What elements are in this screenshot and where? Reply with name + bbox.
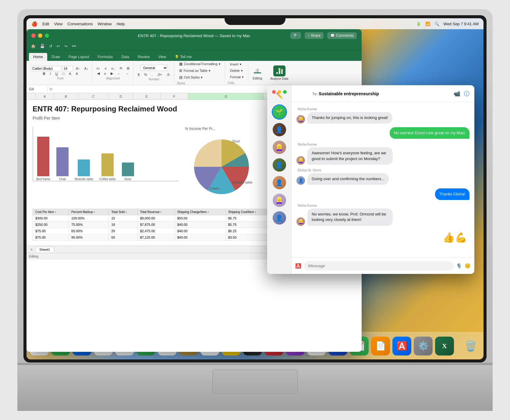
save-qt-btn[interactable]: 💾 [39,43,46,49]
align-bottom-btn[interactable]: ≡↓ [109,66,117,71]
col-markup[interactable]: Percent Markup ▾ [69,209,109,215]
cell-revenue-4[interactable]: $7,125.00 [137,234,175,241]
redo-qt-btn[interactable]: ↪ [63,43,69,49]
info-icon[interactable]: ⓘ [464,90,469,97]
conversation-item-6[interactable]: 👱‍♀️ [273,194,286,207]
font-size-input[interactable] [62,66,73,71]
cell-shipcost-1[interactable]: $5.75 [225,215,271,222]
cell-markup-1[interactable]: 100.00% [69,215,109,222]
cell-markup-4[interactable]: 90.00% [69,234,109,241]
delete-btn[interactable]: Delete ▾ [228,68,246,74]
merge-btn[interactable]: ⊞ [125,66,131,71]
bold-btn[interactable]: B [41,71,47,76]
dock-trash[interactable]: 🗑️ [461,337,480,355]
conversation-item-5[interactable]: 👤 [273,176,286,189]
cell-shipcharge-4[interactable]: $40.00 [175,234,225,241]
app-icon[interactable]: 🅰️ [295,263,301,269]
col-b-header[interactable]: B [54,93,78,100]
align-middle-btn[interactable]: ≡ [103,66,108,71]
apple-menu[interactable]: 🍎 [31,21,37,27]
percent-btn[interactable]: % [142,72,149,77]
cell-revenue-3[interactable]: $2,475.00 [137,228,175,234]
undo-qt-btn[interactable]: ↩ [55,43,61,49]
tab-home[interactable]: Home [29,53,47,61]
cell-markup-3[interactable]: 65.00% [69,228,109,234]
col-c-header[interactable]: C [78,93,109,100]
dec-inc-btn[interactable]: .0+ [155,72,164,77]
col-e-header[interactable]: E [133,93,161,100]
col-g-header[interactable]: G [188,93,264,100]
add-sheet-btn[interactable]: + [29,247,34,252]
msg-maximize-btn[interactable] [283,90,287,94]
cell-styles-btn[interactable]: ▤ Cell Styles ▾ [177,74,223,80]
fill-color-btn[interactable]: A [67,71,73,76]
message-input[interactable] [304,261,454,271]
align-top-btn[interactable]: ≡↑ [95,66,102,71]
italic-btn[interactable]: I [48,71,53,76]
cell-shipcost-4[interactable]: $3.50 [225,234,271,241]
trackpad[interactable] [212,369,298,394]
conversation-item-4[interactable]: 👤 [273,158,286,172]
dock-settings[interactable]: ⚙️ [414,337,433,355]
format-as-table-btn[interactable]: ⊞ Format as Table ▾ [177,68,223,74]
insert-btn[interactable]: Insert ▾ [228,61,246,67]
conditional-formatting-btn[interactable]: ▦ Conditional Formatting ▾ [177,61,223,67]
comments-btn[interactable]: 💬 Comments [327,32,357,39]
cell-cost-4[interactable]: $75.00 [33,234,69,241]
audio-icon[interactable]: 🎙️ [456,263,462,269]
tab-view[interactable]: View [154,53,170,61]
align-left-btn[interactable]: ◀ [95,71,101,76]
conversation-item-active[interactable]: 🌱 [273,105,286,119]
tab-draw[interactable]: Draw [47,53,64,61]
font-decrease-btn[interactable]: A↓ [83,66,90,71]
cell-shipcharge-2[interactable]: $40.00 [175,222,225,228]
indent-inc-btn[interactable]: → [124,71,131,76]
font-increase-btn[interactable]: A↑ [74,66,82,71]
cell-cost-3[interactable]: $75.00 [33,228,69,234]
cell-revenue-1[interactable]: $9,000.00 [137,215,175,222]
ribbon-group-analyze[interactable]: Analyze Data [267,62,292,84]
home-qt-btn[interactable]: 🏠 [30,43,37,49]
col-shipping-cost[interactable]: Shipping Cost/Item ▾ [225,209,271,215]
facetime-icon[interactable]: 📹 [454,90,460,97]
share-btn[interactable]: ↑ Share [305,32,324,39]
col-cost[interactable]: Cost Per Item ▾ [33,209,69,215]
msg-minimize-btn[interactable] [278,90,281,94]
maximize-button[interactable] [45,33,49,38]
align-center-btn[interactable]: ≡ [102,71,108,76]
conversation-item-2[interactable]: 👤 [273,123,286,136]
col-totalsold[interactable]: Total Sold ▾ [109,209,137,215]
cell-shipcost-2[interactable]: $5.75 [225,222,271,228]
menubar-view[interactable]: View [54,22,62,26]
currency-btn[interactable]: $ [136,72,141,77]
col-revenue[interactable]: Total Revenue ▾ [137,209,175,215]
comma-btn[interactable]: , [150,72,154,77]
msg-close-btn[interactable] [272,90,276,94]
menubar-help[interactable]: Help [117,22,125,26]
more-qt-btn[interactable]: ••• [71,43,77,49]
menubar-window[interactable]: Window [97,22,112,26]
col-f-header[interactable]: F [161,93,188,100]
col-a-header[interactable]: A [36,93,54,100]
tab-tellme[interactable]: 💡 Tell me [170,53,196,61]
tab-review[interactable]: Review [133,53,154,61]
cell-shipcost-3[interactable]: $6.25 [225,228,271,234]
font-color-btn[interactable]: A [74,71,80,76]
dock-excel[interactable]: X [435,337,454,355]
dec-dec-btn[interactable]: .0- [165,72,172,77]
conversation-item-7[interactable]: 👤 [273,211,286,225]
dock-appstore[interactable]: 🅰️ [392,337,411,355]
emoji-input-icon[interactable]: 🙂 [465,263,471,269]
cell-sold-1[interactable]: 15 [109,215,137,222]
indent-dec-btn[interactable]: ← [116,71,123,76]
border-btn[interactable]: □ [61,71,66,76]
col-shipping-charge[interactable]: Shipping Charge/Item ▾ [175,209,225,215]
font-name-input[interactable] [31,66,61,71]
cell-markup-2[interactable]: 75.00% [69,222,109,228]
close-button[interactable] [31,33,36,38]
dock-pages[interactable]: 📄 [371,337,390,355]
cell-shipcharge-1[interactable]: $50.00 [175,215,225,222]
align-right-btn[interactable]: ▶ [109,71,115,76]
cell-cost-2[interactable]: $250.00 [33,222,69,228]
cell-sold-4[interactable]: 50 [109,234,137,241]
